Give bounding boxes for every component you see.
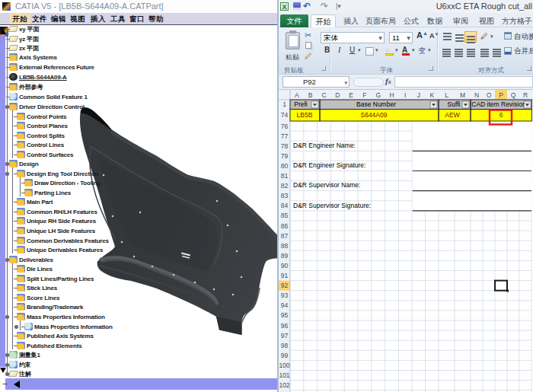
svg-text:R: R: [523, 91, 528, 99]
svg-text:D&R Supervisor Signature:: D&R Supervisor Signature:: [293, 202, 371, 209]
svg-text:95: 95: [281, 311, 289, 319]
svg-text:N: N: [474, 91, 479, 99]
svg-text:91: 91: [281, 272, 289, 279]
svg-text:76: 76: [281, 123, 289, 130]
svg-text:78: 78: [281, 142, 289, 150]
svg-text:Base Number: Base Number: [356, 100, 396, 108]
svg-text:Q: Q: [511, 91, 516, 99]
svg-text:F: F: [362, 91, 366, 99]
svg-text:90: 90: [281, 262, 289, 269]
svg-text:84: 84: [281, 202, 289, 209]
svg-text:89: 89: [281, 252, 289, 260]
svg-text:97: 97: [281, 332, 289, 339]
svg-text:99: 99: [281, 352, 289, 359]
svg-text:D&R Engineer Name:: D&R Engineer Name:: [293, 142, 356, 149]
svg-text:P: P: [499, 91, 503, 99]
svg-text:88: 88: [281, 242, 289, 250]
svg-text:C: C: [321, 91, 326, 99]
svg-text:J: J: [417, 91, 420, 99]
svg-text:M: M: [460, 91, 465, 99]
svg-text:AEW: AEW: [445, 111, 459, 119]
svg-text:K: K: [429, 91, 434, 99]
svg-text:93: 93: [281, 292, 289, 299]
svg-text:79: 79: [281, 152, 289, 160]
svg-text:81: 81: [281, 172, 289, 180]
svg-text:87: 87: [281, 232, 289, 240]
svg-text:96: 96: [281, 322, 289, 330]
svg-text:D: D: [335, 91, 340, 99]
svg-text:74: 74: [281, 111, 289, 119]
svg-text:O: O: [487, 91, 492, 99]
svg-text:L: L: [445, 91, 448, 99]
svg-text:80: 80: [281, 162, 289, 170]
svg-text:98: 98: [281, 342, 289, 349]
svg-text:D&R Supervisor Name:: D&R Supervisor Name:: [293, 181, 360, 189]
svg-text:85: 85: [281, 212, 289, 219]
svg-text:1: 1: [282, 100, 286, 108]
svg-text:B: B: [308, 91, 313, 99]
svg-text:Suffi: Suffi: [448, 100, 461, 108]
svg-text:83: 83: [281, 192, 289, 199]
svg-text:100: 100: [279, 362, 289, 369]
svg-text:H: H: [389, 91, 394, 99]
svg-text:LB5B: LB5B: [297, 111, 313, 119]
svg-text:82: 82: [281, 182, 289, 190]
svg-text:86: 86: [281, 222, 289, 230]
svg-text:E: E: [349, 91, 353, 99]
svg-text:A: A: [295, 91, 299, 99]
svg-text:G: G: [375, 91, 381, 99]
svg-text:101: 101: [279, 371, 289, 379]
svg-text:92: 92: [281, 282, 289, 289]
svg-text:102: 102: [279, 381, 289, 389]
svg-text:I: I: [404, 91, 406, 99]
svg-text:CAD item Revisior: CAD item Revisior: [471, 100, 525, 108]
svg-text:77: 77: [281, 132, 289, 140]
svg-text:94: 94: [281, 301, 289, 309]
svg-text:Prefi: Prefi: [294, 100, 308, 108]
svg-text:S644A09: S644A09: [361, 111, 388, 119]
svg-text:6: 6: [499, 111, 503, 119]
svg-text:D&R Engineer Signature:: D&R Engineer Signature:: [293, 161, 365, 169]
